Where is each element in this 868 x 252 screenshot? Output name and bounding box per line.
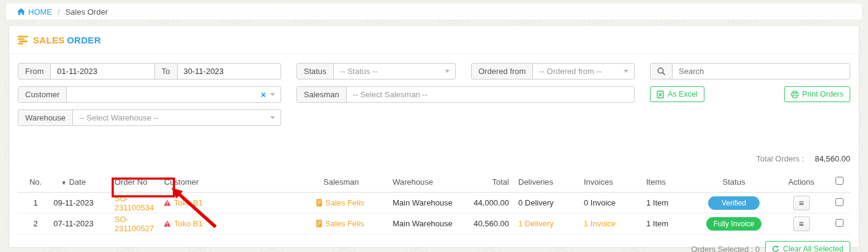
row-status: Verified [694,193,774,213]
refresh-icon [772,245,779,252]
invoices-link[interactable]: 1 Invoice [584,219,616,228]
print-orders-label: Print Orders [802,90,843,98]
customer-link[interactable]: Toko B1 [174,219,203,228]
search-icon [657,67,665,75]
page-title-order: ORDER [67,35,101,45]
status-caret-icon[interactable] [445,70,450,73]
to-label: To [154,64,178,79]
warehouse-select[interactable]: -- Select Warehouse -- [73,110,270,125]
row-warehouse: Main Warehouse [387,213,470,234]
salesman-link[interactable]: Sales Felis [325,219,364,228]
search-input[interactable] [673,64,850,79]
printer-icon [791,91,799,98]
row-customer: Toko B1 [160,193,316,213]
row-deliveries: 1 Delivery [514,213,576,234]
status-badge: Verified [708,196,760,210]
select-all-checkbox[interactable] [836,177,843,185]
ordered-from-select[interactable]: -- Ordered from -- [533,64,624,79]
from-label: From [18,64,51,79]
ordered-from-filter-group: Ordered from -- Ordered from -- [471,63,635,80]
row-items: 1 Item [639,193,694,213]
hamburger-icon: ≡ [799,219,804,229]
salesman-filter-group: Salesman -- Select Salesman -- [296,86,635,103]
order-no-link[interactable]: SO-231100527 [115,215,154,233]
header-total: Total [470,173,514,193]
row-order-no: SO-231100527 [94,213,160,234]
salesman-select[interactable]: -- Select Salesman -- [347,87,634,102]
breadcrumb-home-link[interactable]: HOME [17,7,52,17]
row-status: Fully Invoice [694,213,774,234]
customer-filter-group: Customer × [18,86,281,103]
row-customer: Toko B1 [160,213,316,234]
row-checkbox[interactable] [836,198,843,206]
row-actions: ≡ [774,213,829,234]
row-actions-button[interactable]: ≡ [793,217,810,231]
sales-order-title-icon [18,35,28,45]
row-no: 2 [18,213,53,234]
status-select[interactable]: -- Status -- [334,64,445,79]
card-header: SALES ORDER [9,26,859,54]
table-row-2: 2 07-11-2023 SO-231100527 Toko B1 [18,213,850,234]
header-date: ▼Date [53,173,94,193]
row-actions: ≡ [774,193,829,213]
salesman-link[interactable]: Sales Felis [325,198,364,207]
header-deliveries: Deliveries [514,173,576,193]
header-order-no: Order No [94,173,160,193]
header-customer: Customer [160,173,316,193]
row-invoices: 1 Invoice [576,213,639,234]
sort-desc-icon[interactable]: ▼ [61,180,67,186]
customer-select[interactable] [67,87,260,102]
row-select [829,213,850,234]
filters-column-2: Status -- Status -- Ordered from -- Orde… [296,63,635,133]
hamburger-icon: ≡ [799,198,804,208]
header-items: Items [639,173,694,193]
clear-all-selected-button[interactable]: Clear All Selected [765,241,850,252]
date-range-group: From 01-11-2023 To 30-11-2023 [18,63,281,80]
warning-triangle-icon [164,220,171,227]
row-date: 09-11-2023 [53,193,94,213]
filters-section: From 01-11-2023 To 30-11-2023 Customer × [9,54,859,141]
row-total: 40,560.00 [470,213,514,234]
header-salesman: Salesman [316,173,387,193]
ordered-from-caret-icon[interactable] [624,70,628,73]
header-no: No. [18,173,53,193]
header-status: Status [694,173,774,193]
warehouse-caret-icon[interactable] [270,116,275,119]
row-items: 1 Item [639,213,694,234]
breadcrumb-current: Sales Order [66,7,108,17]
row-total: 44,000.00 [470,193,514,213]
header-warehouse: Warehouse [387,173,470,193]
header-actions: Actions [774,173,829,193]
search-addon [651,64,673,79]
row-deliveries: 0 Delivery [514,193,576,213]
total-orders-label: Total Orders : [757,154,804,163]
customer-link[interactable]: Toko B1 [174,198,203,207]
filters-column-3: As Excel Print Orders [650,63,850,133]
customer-clear-icon[interactable]: × [261,91,266,99]
table-row-1: 1 09-11-2023 SO-231100534 Toko B1 [18,193,850,213]
clear-all-selected-label: Clear All Selected [783,245,843,252]
row-salesman: Sales Felis [316,193,387,213]
as-excel-button[interactable]: As Excel [650,86,704,102]
row-actions-button[interactable]: ≡ [793,196,810,210]
deliveries-link[interactable]: 1 Delivery [518,219,554,228]
row-warehouse: Main Warehouse [387,193,470,213]
order-no-link[interactable]: SO-231100534 [115,194,154,212]
header-invoices: Invoices [576,173,639,193]
table-header-row: No. ▼Date Order No Customer Salesman War… [18,173,850,193]
home-icon [17,8,25,15]
warning-triangle-icon [164,199,171,206]
status-badge: Fully Invoice [706,217,762,231]
to-date-input[interactable]: 30-11-2023 [178,64,281,79]
customer-caret-icon[interactable] [270,93,275,96]
sales-order-page: HOME / Sales Order SALES ORDER [0,4,868,252]
print-orders-button[interactable]: Print Orders [784,86,850,102]
status-filter-group: Status -- Status -- [296,63,456,80]
warehouse-filter-group: Warehouse -- Select Warehouse -- [18,109,281,126]
excel-icon [657,91,664,98]
row-checkbox[interactable] [836,219,843,227]
from-date-input[interactable]: 01-11-2023 [51,64,154,79]
row-salesman: Sales Felis [316,213,387,234]
salesman-badge-icon [316,199,322,207]
row-date: 07-11-2023 [53,213,94,234]
